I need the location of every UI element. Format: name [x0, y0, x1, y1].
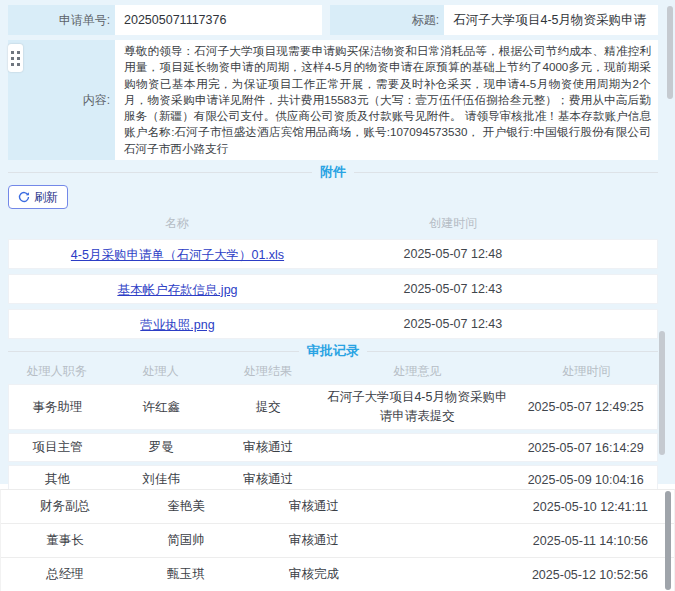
approval-role: 董事长 — [1, 532, 129, 549]
attachments-col-name: 名称 — [8, 215, 346, 232]
approvals-section-title: 审批记录 — [307, 342, 359, 360]
attachment-row: 营业执照.png 2025-05-07 12:43 — [8, 309, 658, 339]
content-label-cell: 内容: — [8, 40, 115, 160]
refresh-label: 刷新 — [34, 189, 58, 206]
approval-handler: 刘佳伟 — [106, 471, 216, 488]
approval-role: 其他 — [9, 471, 106, 488]
approval-time: 2025-05-07 16:14:29 — [514, 441, 657, 455]
title-value: 石河子大学项目4-5月物资采购申请 — [444, 5, 658, 35]
approvals-col-result: 处理结果 — [216, 363, 320, 380]
approval-row: 财务副总 奎艳美 审核通过 2025-05-10 12:41:11 — [1, 490, 674, 524]
attachments-col-created: 创建时间 — [346, 215, 561, 232]
approvals-overflow-panel: 财务副总 奎艳美 审核通过 2025-05-10 12:41:11 董事长 简国… — [0, 489, 675, 591]
header-fields-row: 申请单号: 202505071117376 标题: 石河子大学项目4-5月物资采… — [8, 5, 658, 35]
approval-handler: 甄玉琪 — [129, 566, 243, 583]
approval-handler: 简国帅 — [129, 532, 243, 549]
drag-handle-icon[interactable] — [8, 44, 23, 72]
approval-role: 项目主管 — [9, 439, 106, 456]
approval-role: 财务副总 — [1, 498, 129, 515]
overflow-scrollbar-thumb[interactable] — [665, 491, 671, 590]
approval-result: 审核完成 — [243, 566, 384, 583]
attachment-link[interactable]: 营业执照.png — [140, 318, 214, 332]
content-label: 内容: — [83, 92, 110, 109]
approval-result: 审核通过 — [243, 498, 384, 515]
attachments-section-title: 附件 — [320, 163, 346, 181]
attachments-table-header: 名称 创建时间 — [8, 212, 658, 234]
refresh-button[interactable]: 刷新 — [8, 185, 68, 209]
content-row: 内容: 尊敬的领导：石河子大学项目现需要申请购买保洁物资和日常消耗品等，根据公司… — [8, 40, 658, 160]
attachment-link[interactable]: 4-5月采购申请单（石河子大学）01.xls — [71, 248, 284, 262]
approval-result: 审核通过 — [243, 532, 384, 549]
divider-line — [367, 351, 658, 352]
approval-row: 董事长 简国帅 审核通过 2025-05-11 14:10:56 — [1, 524, 674, 558]
application-no-label: 申请单号: — [8, 5, 115, 35]
approval-row: 总经理 甄玉琪 审核完成 2025-05-12 10:52:56 — [1, 558, 674, 591]
attachment-link[interactable]: 基本帐户存款信息.jpg — [117, 283, 237, 297]
approval-role: 事务助理 — [9, 399, 106, 416]
content-text: 尊敬的领导：石河子大学项目现需要申请购买保洁物资和日常消耗品等，根据公司节约成本… — [115, 40, 658, 160]
approvals-section-header: 审批记录 — [8, 343, 658, 359]
approval-result: 审核通过 — [216, 471, 320, 488]
attachments-section-header: 附件 — [8, 164, 658, 180]
attachment-created-time: 2025-05-07 12:48 — [346, 247, 560, 261]
attachment-row: 4-5月采购申请单（石河子大学）01.xls 2025-05-07 12:48 — [8, 239, 658, 269]
approvals-col-comment: 处理意见 — [320, 363, 515, 380]
approval-role: 总经理 — [1, 566, 129, 583]
approval-result: 提交 — [216, 399, 320, 416]
approval-handler: 罗曼 — [106, 439, 216, 456]
divider-line — [8, 172, 312, 173]
attachment-created-time: 2025-05-07 12:43 — [346, 282, 560, 296]
approvals-table-header: 处理人职务 处理人 处理结果 处理意见 处理时间 — [8, 361, 658, 381]
approvals-col-time: 处理时间 — [515, 363, 658, 380]
approval-row: 项目主管 罗曼 审核通过 2025-05-07 16:14:29 — [8, 433, 658, 462]
refresh-icon — [18, 191, 30, 203]
application-detail-panel: 申请单号: 202505071117376 标题: 石河子大学项目4-5月物资采… — [0, 0, 675, 484]
approval-time: 2025-05-11 14:10:56 — [385, 534, 674, 548]
approval-time: 2025-05-09 10:04:16 — [514, 473, 657, 487]
approval-time: 2025-05-10 12:41:11 — [385, 500, 674, 514]
panel-scrollbar-thumb[interactable] — [667, 6, 673, 99]
approvals-col-role: 处理人职务 — [8, 363, 106, 380]
divider-line — [8, 351, 299, 352]
approvals-col-handler: 处理人 — [106, 363, 217, 380]
approvals-scrollbar-thumb[interactable] — [659, 331, 665, 455]
application-no-value: 202505071117376 — [115, 5, 322, 35]
divider-line — [354, 172, 658, 173]
approval-handler: 许红鑫 — [106, 399, 216, 416]
approval-handler: 奎艳美 — [129, 498, 243, 515]
approval-result: 审核通过 — [216, 439, 320, 456]
attachment-row: 基本帐户存款信息.jpg 2025-05-07 12:43 — [8, 274, 658, 304]
title-label: 标题: — [330, 5, 444, 35]
approval-time: 2025-05-07 12:49:25 — [514, 400, 657, 414]
approval-time: 2025-05-12 10:52:56 — [385, 568, 674, 582]
approval-row: 事务助理 许红鑫 提交 石河子大学项目4-5月物资采购申请申请表提交 2025-… — [8, 384, 658, 430]
approval-comment: 石河子大学项目4-5月物资采购申请申请表提交 — [320, 388, 514, 427]
attachment-created-time: 2025-05-07 12:43 — [346, 317, 560, 331]
